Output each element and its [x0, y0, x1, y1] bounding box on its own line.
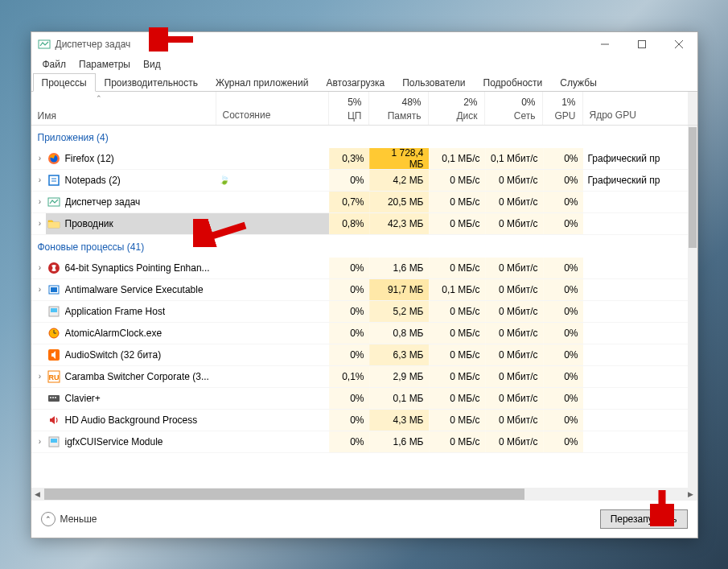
taskmgr-icon — [47, 196, 60, 208]
process-name-cell: Диспетчер задач — [46, 192, 216, 212]
clock-icon — [47, 327, 60, 340]
close-button[interactable] — [660, 32, 697, 56]
mem-cell: 1,6 МБ — [369, 258, 429, 278]
scroll-right-icon[interactable]: ▶ — [685, 488, 697, 501]
process-name-cell: Проводник — [46, 213, 216, 234]
menubar: Файл Параметры Вид — [31, 56, 697, 72]
expand-chevron-icon[interactable]: › — [31, 219, 46, 228]
tab-apphistory[interactable]: Журнал приложений — [207, 73, 317, 92]
process-row[interactable]: ›igfxCUIService Module0%1,6 МБ0 МБ/с0 Мб… — [31, 431, 697, 453]
tab-processes[interactable]: Процессы — [33, 73, 96, 92]
hscroll-thumb[interactable] — [44, 489, 524, 500]
expand-chevron-icon[interactable]: › — [31, 154, 46, 163]
process-row[interactable]: AtomicAlarmClock.exe0%0,8 МБ0 МБ/с0 Мбит… — [31, 323, 697, 344]
net-cell: 0 Мбит/с — [485, 170, 543, 191]
process-row[interactable]: ›64-bit Synaptics Pointing Enhan...0%1,6… — [31, 258, 697, 279]
col-gpu[interactable]: 1% GPU — [543, 92, 583, 125]
net-cell: 0 Мбит/с — [485, 279, 543, 300]
tab-details[interactable]: Подробности — [475, 73, 552, 92]
disk-cell: 0 МБ/с — [429, 431, 485, 452]
gpu-cell: 0% — [543, 431, 583, 452]
svg-rect-16 — [51, 308, 57, 312]
fewer-details-button[interactable]: ⌃ Меньше — [41, 512, 97, 526]
col-memory[interactable]: 48% Память — [369, 92, 429, 125]
titlebar[interactable]: Диспетчер задач — [31, 32, 697, 56]
maximize-button[interactable] — [623, 32, 660, 56]
col-name[interactable]: ⌃ Имя — [31, 92, 216, 125]
process-row[interactable]: ›RUCaramba Switcher Corporate (3...0,1%2… — [31, 366, 697, 388]
gpu-engine-cell — [583, 258, 697, 278]
col-disk[interactable]: 2% Диск — [429, 92, 485, 125]
section-apps: Приложения (4) — [31, 126, 697, 148]
cpu-cell: 0% — [329, 279, 369, 300]
net-cell: 0 Мбит/с — [485, 192, 543, 212]
process-name-cell: Clavier+ — [46, 388, 216, 409]
process-row[interactable]: HD Audio Background Process0%4,3 МБ0 МБ/… — [31, 410, 697, 431]
gpu-cell: 0% — [543, 344, 583, 365]
col-cpu[interactable]: 5% ЦП — [329, 92, 369, 125]
cpu-cell: 0% — [329, 344, 369, 365]
process-row[interactable]: ›Firefox (12)0,3%1 728,4 МБ0,1 МБ/с0,1 М… — [31, 148, 697, 170]
process-row[interactable]: AudioSwitch (32 бита)0%6,3 МБ0 МБ/с0 Мби… — [31, 344, 697, 366]
horizontal-scrollbar[interactable]: ◀ ▶ — [31, 488, 697, 501]
gpu-cell: 0% — [543, 279, 583, 300]
expand-chevron-icon[interactable]: › — [31, 263, 46, 272]
col-gpu-engine[interactable]: Ядро GPU — [583, 92, 688, 125]
net-cell: 0 Мбит/с — [485, 410, 543, 431]
net-cell: 0 Мбит/с — [485, 366, 543, 387]
window-controls — [586, 32, 697, 56]
gpu-engine-cell — [583, 213, 697, 234]
process-name-cell: 64-bit Synaptics Pointing Enhan... — [46, 258, 216, 278]
status-cell — [232, 431, 329, 452]
status-cell — [232, 301, 329, 322]
status-cell — [232, 148, 329, 169]
menu-options[interactable]: Параметры — [72, 57, 137, 72]
disk-cell: 0,1 МБ/с — [429, 279, 485, 300]
cpu-cell: 0% — [329, 258, 369, 278]
eco-leaf-icon: 🍃 — [219, 175, 230, 185]
menu-file[interactable]: Файл — [36, 57, 73, 72]
svg-rect-2 — [638, 40, 645, 47]
disk-cell: 0 МБ/с — [429, 258, 485, 278]
expand-chevron-icon[interactable]: › — [31, 197, 46, 206]
app-icon — [47, 305, 60, 318]
status-cell — [232, 344, 329, 365]
col-network[interactable]: 0% Сеть — [485, 92, 543, 125]
menu-view[interactable]: Вид — [137, 57, 167, 72]
process-row[interactable]: Clavier+0%0,1 МБ0 МБ/с0 Мбит/с0% — [31, 388, 697, 410]
tab-services[interactable]: Службы — [551, 73, 605, 92]
process-name: Antimalware Service Executable — [65, 284, 204, 295]
gpu-engine-cell — [583, 388, 697, 409]
expand-chevron-icon[interactable]: › — [31, 175, 46, 184]
vertical-scrollbar[interactable] — [688, 126, 697, 488]
process-row[interactable]: ›Проводник0,8%42,3 МБ0 МБ/с0 Мбит/с0% — [31, 213, 697, 235]
tab-startup[interactable]: Автозагрузка — [317, 73, 393, 92]
process-name: Clavier+ — [65, 393, 101, 404]
gpu-cell: 0% — [543, 410, 583, 431]
expand-chevron-icon[interactable]: › — [31, 285, 46, 294]
tab-users[interactable]: Пользователи — [393, 73, 474, 92]
process-grid: Приложения (4)›Firefox (12)0,3%1 728,4 М… — [31, 126, 697, 488]
process-row[interactable]: ›Диспетчер задач0,7%20,5 МБ0 МБ/с0 Мбит/… — [31, 192, 697, 213]
minimize-button[interactable] — [586, 32, 623, 56]
footer: ⌃ Меньше Перезапустить — [31, 501, 697, 538]
scroll-left-icon[interactable]: ◀ — [31, 488, 44, 501]
gpu-cell: 0% — [543, 148, 583, 169]
syn-icon — [47, 262, 60, 274]
process-name-cell: RUCaramba Switcher Corporate (3... — [46, 366, 216, 387]
process-row[interactable]: ›Notepads (2)🍃0%4,2 МБ0 МБ/с0 Мбит/с0%Гр… — [31, 170, 697, 192]
scrollbar-thumb[interactable] — [689, 127, 697, 248]
expand-chevron-icon[interactable]: › — [31, 437, 46, 446]
chevron-up-icon: ⌃ — [41, 512, 56, 526]
process-row[interactable]: Application Frame Host0%5,2 МБ0 МБ/с0 Мб… — [31, 301, 697, 323]
restart-button[interactable]: Перезапустить — [600, 509, 688, 529]
col-state[interactable]: Состояние — [216, 92, 329, 125]
expand-chevron-icon[interactable]: › — [31, 372, 46, 381]
net-cell: 0 Мбит/с — [485, 213, 543, 234]
tab-performance[interactable]: Производительность — [96, 73, 207, 92]
gpu-cell: 0% — [543, 213, 583, 234]
gpu-engine-cell — [583, 279, 697, 300]
mem-cell: 4,2 МБ — [369, 170, 429, 191]
mem-cell: 5,2 МБ — [369, 301, 429, 322]
process-row[interactable]: ›Antimalware Service Executable0%91,7 МБ… — [31, 279, 697, 301]
